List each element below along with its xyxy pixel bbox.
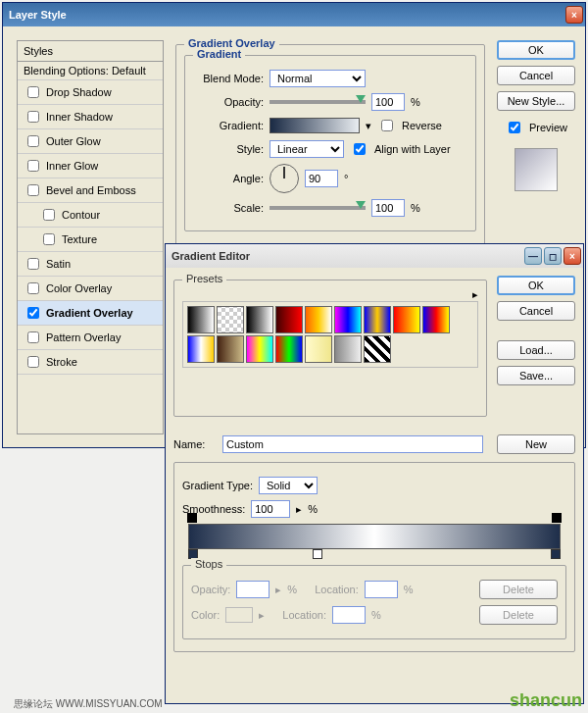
checkbox[interactable] xyxy=(27,282,39,294)
checkbox[interactable] xyxy=(27,135,39,147)
preset-swatch[interactable] xyxy=(275,306,303,333)
dropdown-icon[interactable]: ▸ xyxy=(296,503,302,516)
layer-style-titlebar[interactable]: Layer Style × xyxy=(3,3,585,26)
scale-input[interactable] xyxy=(371,199,405,217)
delete-button: Delete xyxy=(479,605,558,625)
style-item-outer-glow[interactable]: Outer Glow xyxy=(18,129,163,154)
checkbox[interactable] xyxy=(43,233,55,245)
presets-group: Presets ▸ xyxy=(173,280,487,417)
gradient-type-select[interactable]: Solid xyxy=(259,477,318,494)
preset-swatch[interactable] xyxy=(364,335,391,363)
stop-location-label: Location: xyxy=(282,609,326,621)
gradient-stops[interactable] xyxy=(188,549,561,559)
logo-text: shancun xyxy=(510,690,582,711)
checkbox[interactable] xyxy=(27,331,39,343)
name-input[interactable] xyxy=(222,435,483,453)
preset-swatch[interactable] xyxy=(364,306,391,333)
stop-opacity-input xyxy=(236,581,270,598)
stops-legend: Stops xyxy=(191,558,226,570)
preset-swatch[interactable] xyxy=(246,335,273,363)
checkbox[interactable] xyxy=(27,307,39,319)
name-label: Name: xyxy=(173,438,217,450)
opacity-input[interactable] xyxy=(371,93,405,111)
checkbox[interactable] xyxy=(43,209,55,221)
ok-button[interactable]: OK xyxy=(497,276,575,295)
gradient-preview[interactable] xyxy=(270,118,360,133)
checkbox[interactable] xyxy=(27,86,39,98)
preset-swatch[interactable] xyxy=(187,306,215,333)
style-item-inner-shadow[interactable]: Inner Shadow xyxy=(18,105,163,129)
checkbox[interactable] xyxy=(27,184,39,196)
presets-legend: Presets xyxy=(182,273,226,284)
style-item-stroke[interactable]: Stroke xyxy=(18,350,163,375)
blend-mode-select[interactable]: Normal xyxy=(270,70,366,87)
preset-swatch[interactable] xyxy=(393,306,420,333)
gradient-group: Gradient Blend Mode:Normal Opacity:% Gra… xyxy=(184,55,476,231)
dropdown-icon[interactable]: ▾ xyxy=(366,120,371,132)
close-icon[interactable]: × xyxy=(564,247,581,265)
style-item-satin[interactable]: Satin xyxy=(18,252,163,277)
new-style-button[interactable]: New Style... xyxy=(497,91,575,111)
preset-swatch[interactable] xyxy=(217,306,244,333)
color-stop[interactable] xyxy=(313,549,322,559)
checkbox[interactable] xyxy=(27,111,39,123)
scale-label: Scale: xyxy=(193,202,264,214)
gradient-label: Gradient: xyxy=(193,120,264,131)
preset-swatch[interactable] xyxy=(275,335,303,363)
scale-slider[interactable] xyxy=(270,206,366,210)
style-select[interactable]: Linear xyxy=(270,140,344,158)
preset-swatch[interactable] xyxy=(246,306,273,333)
cancel-button[interactable]: Cancel xyxy=(497,66,575,85)
preset-swatch[interactable] xyxy=(305,306,332,333)
style-item-inner-glow[interactable]: Inner Glow xyxy=(18,154,163,178)
new-button[interactable]: New xyxy=(497,434,575,454)
presets-menu-icon[interactable]: ▸ xyxy=(472,288,478,300)
style-item-texture[interactable]: Texture xyxy=(18,228,163,252)
ok-button[interactable]: OK xyxy=(497,40,575,60)
blending-options-row[interactable]: Blending Options: Default xyxy=(18,62,163,80)
close-icon[interactable]: × xyxy=(565,6,583,24)
stop-color-swatch xyxy=(225,607,253,623)
smoothness-input[interactable] xyxy=(251,500,290,518)
opacity-slider[interactable] xyxy=(270,100,366,104)
preset-swatch[interactable] xyxy=(334,335,362,363)
style-item-pattern-overlay[interactable]: Pattern Overlay xyxy=(18,326,163,350)
style-item-gradient-overlay[interactable]: Gradient Overlay xyxy=(18,301,163,326)
gradient-editor-titlebar[interactable]: Gradient Editor — ◻ × xyxy=(166,244,583,268)
stop-location-input xyxy=(365,581,398,598)
gradient-type-label: Gradient Type: xyxy=(182,480,253,491)
dropdown-icon: ▸ xyxy=(259,609,265,622)
reverse-checkbox[interactable] xyxy=(381,120,393,131)
preset-swatch[interactable] xyxy=(187,335,215,363)
preview-checkbox[interactable] xyxy=(509,122,520,133)
styles-header[interactable]: Styles xyxy=(18,41,163,62)
style-item-drop-shadow[interactable]: Drop Shadow xyxy=(18,80,163,105)
blend-mode-label: Blend Mode: xyxy=(193,73,264,84)
preview-swatch xyxy=(514,148,558,191)
align-checkbox[interactable] xyxy=(354,143,366,155)
checkbox[interactable] xyxy=(27,356,39,368)
checkbox[interactable] xyxy=(27,258,39,270)
cancel-button[interactable]: Cancel xyxy=(497,301,575,321)
preset-swatch[interactable] xyxy=(305,335,332,363)
stop-opacity-label: Opacity: xyxy=(191,584,230,595)
angle-dial[interactable] xyxy=(270,164,299,193)
maximize-icon[interactable]: ◻ xyxy=(544,247,562,265)
angle-input[interactable] xyxy=(305,170,338,187)
preset-swatch[interactable] xyxy=(422,306,450,333)
gradient-bar[interactable] xyxy=(188,524,561,549)
preset-swatch[interactable] xyxy=(334,306,362,333)
gradient-overlay-group: Gradient Overlay Gradient Blend Mode:Nor… xyxy=(175,44,485,248)
checkbox[interactable] xyxy=(27,160,39,172)
dropdown-icon: ▸ xyxy=(275,584,281,596)
minimize-icon[interactable]: — xyxy=(524,247,542,265)
style-item-bevel-emboss[interactable]: Bevel and Emboss xyxy=(18,178,163,203)
load-button[interactable]: Load... xyxy=(497,340,575,360)
stop-location-input xyxy=(332,606,366,624)
stop-location-label: Location: xyxy=(315,584,359,595)
color-stop[interactable] xyxy=(551,549,561,559)
style-item-color-overlay[interactable]: Color Overlay xyxy=(18,277,163,301)
save-button[interactable]: Save... xyxy=(497,366,575,385)
style-item-contour[interactable]: Contour xyxy=(18,203,163,228)
preset-swatch[interactable] xyxy=(217,335,244,363)
